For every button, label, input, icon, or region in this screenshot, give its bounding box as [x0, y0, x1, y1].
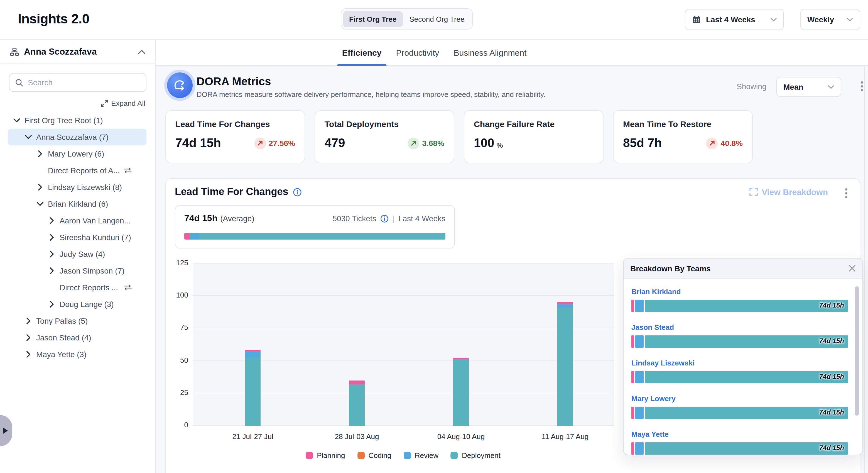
- showing-value: Mean: [783, 83, 823, 91]
- tree-item-label: Judy Saw (4): [60, 249, 105, 259]
- granularity-value: Weekly: [807, 15, 842, 24]
- granularity-select[interactable]: Weekly: [800, 9, 860, 30]
- date-range-select[interactable]: Last 4 Weeks: [685, 9, 784, 30]
- tab-productivity[interactable]: Productivity: [396, 39, 439, 66]
- chevron-right-icon[interactable]: [47, 301, 56, 307]
- scrollbar-track[interactable]: [864, 66, 865, 473]
- tree-item-label: Lindsay Liszewski (8): [48, 183, 122, 191]
- tree-item-jason-stead-4[interactable]: Jason Stead (4): [0, 329, 155, 346]
- sidebar-header[interactable]: Anna Scozzafava: [0, 39, 155, 64]
- tree-item-maya-yette-3[interactable]: Maya Yette (3): [0, 346, 155, 363]
- chevron-down-icon[interactable]: [36, 202, 44, 206]
- org-toggle-option[interactable]: Second Org Tree: [403, 11, 471, 27]
- org-toggle-option[interactable]: First Org Tree: [343, 11, 403, 27]
- team-name-link[interactable]: Lindsay Liszewski: [631, 359, 694, 367]
- team-name-link[interactable]: Jason Stead: [631, 323, 674, 331]
- panel-scrollbar-thumb[interactable]: [855, 286, 859, 416]
- info-icon[interactable]: [380, 214, 389, 223]
- close-icon[interactable]: [848, 265, 856, 272]
- view-breakdown-button[interactable]: View Breakdown: [749, 187, 828, 197]
- stacked-bar[interactable]: [245, 350, 260, 426]
- showing-select[interactable]: Mean: [776, 77, 841, 97]
- chevron-down-icon: [771, 18, 777, 22]
- tree-item-aaron-van-langen[interactable]: Aaron Van Langen...: [0, 212, 155, 229]
- chevron-right-icon[interactable]: [24, 334, 33, 341]
- expand-all-button[interactable]: Expand All: [0, 99, 145, 108]
- chevron-right-icon[interactable]: [47, 217, 56, 224]
- team-lead-time-bar: 74d 15h: [631, 300, 848, 312]
- main-content: DORA Metrics DORA metrics measure softwa…: [156, 66, 868, 473]
- legend-swatch: [451, 452, 458, 459]
- chevron-down-icon[interactable]: [12, 118, 21, 123]
- chevron-right-icon[interactable]: [24, 318, 33, 324]
- metric-title: Total Deployments: [324, 119, 444, 129]
- team-lead-time-value: 74d 15h: [819, 373, 844, 381]
- gridline: [193, 295, 614, 296]
- stacked-bar[interactable]: [453, 358, 469, 426]
- stacked-bar[interactable]: [349, 381, 365, 426]
- tree-item-first-org-tree-root-1[interactable]: First Org Tree Root (1): [0, 112, 155, 129]
- chevron-right-icon[interactable]: [36, 150, 44, 157]
- legend-item-review[interactable]: Review: [404, 451, 438, 460]
- average-range: Last 4 Weeks: [398, 214, 445, 223]
- legend-label: Deployment: [462, 451, 500, 460]
- sidebar-user-name: Anna Scozzafava: [24, 47, 133, 57]
- org-tree: First Org Tree Root (1)Anna Scozzafava (…: [0, 112, 155, 363]
- review-segment: [557, 304, 573, 307]
- team-name-link[interactable]: Brian Kirkland: [631, 288, 681, 296]
- chevron-right-icon[interactable]: [47, 234, 56, 241]
- tab-efficiency[interactable]: Efficiency: [342, 39, 382, 66]
- tree-item-anna-scozzafava-7[interactable]: Anna Scozzafava (7): [0, 129, 155, 145]
- tree-item-direct-reports-of-a[interactable]: Direct Reports of A...: [0, 162, 155, 179]
- legend-label: Review: [415, 451, 438, 460]
- tree-item-label: Mary Lowery (6): [48, 149, 104, 158]
- dora-menu-button[interactable]: [861, 81, 863, 91]
- tree-item-direct-reports[interactable]: Direct Reports ...: [0, 279, 155, 296]
- metric-title: Change Failure Rate: [474, 119, 593, 129]
- showing-label: Showing: [737, 82, 766, 91]
- metric-delta: 40.8%: [706, 137, 743, 149]
- metric-delta: 3.68%: [408, 137, 444, 149]
- metric-title: Mean Time To Restore: [623, 119, 743, 129]
- chevron-right-icon[interactable]: [36, 184, 44, 190]
- stacked-bar[interactable]: [557, 302, 573, 426]
- team-name-link[interactable]: Mary Lowery: [631, 394, 676, 403]
- tree-item-mary-lowery-6[interactable]: Mary Lowery (6): [0, 145, 155, 162]
- average-value: 74d 15h: [184, 213, 217, 224]
- chevron-right-icon[interactable]: [47, 251, 56, 257]
- deployment-segment: [199, 233, 445, 240]
- info-icon[interactable]: [292, 187, 302, 197]
- view-breakdown-label: View Breakdown: [762, 187, 828, 197]
- tree-item-doug-lange-3[interactable]: Doug Lange (3): [0, 296, 155, 313]
- tree-item-jason-simpson-7[interactable]: Jason Simpson (7): [0, 262, 155, 279]
- search-box[interactable]: [9, 73, 147, 92]
- tree-item-sireesha-kunduri-7[interactable]: Sireesha Kunduri (7): [0, 229, 155, 246]
- review-segment: [635, 371, 644, 383]
- tree-item-brian-kirkland-6[interactable]: Brian Kirkland (6): [0, 196, 155, 212]
- legend-item-deployment[interactable]: Deployment: [451, 451, 500, 460]
- chevron-down-icon[interactable]: [24, 135, 33, 139]
- chevron-up-icon[interactable]: [138, 49, 145, 54]
- team-lead-time-value: 74d 15h: [819, 337, 844, 345]
- chevron-right-icon[interactable]: [47, 267, 56, 274]
- filter-settings-icon[interactable]: [124, 167, 132, 174]
- deployment-segment: [453, 359, 469, 426]
- tree-item-tony-pallas-5[interactable]: Tony Pallas (5): [0, 313, 155, 329]
- legend-swatch: [404, 452, 411, 459]
- tab-business-alignment[interactable]: Business Alignment: [454, 39, 527, 66]
- lead-time-menu-button[interactable]: [845, 188, 847, 198]
- org-tree-toggle[interactable]: First Org TreeSecond Org Tree: [341, 8, 473, 30]
- tree-item-judy-saw-4[interactable]: Judy Saw (4): [0, 246, 155, 262]
- search-input[interactable]: [28, 78, 140, 87]
- team-name-link[interactable]: Maya Yette: [631, 430, 669, 439]
- filter-settings-icon[interactable]: [124, 284, 132, 291]
- tree-item-lindsay-liszewski-8[interactable]: Lindsay Liszewski (8): [0, 179, 155, 196]
- gridline: [193, 328, 614, 328]
- legend-item-coding[interactable]: Coding: [357, 451, 391, 460]
- deployment-segment: 74d 15h: [645, 407, 848, 419]
- team-lead-time-value: 74d 15h: [819, 408, 844, 416]
- legend-item-planning[interactable]: Planning: [306, 451, 345, 460]
- metric-delta-value: 3.68%: [422, 139, 444, 148]
- chevron-right-icon[interactable]: [24, 351, 33, 358]
- metric-value: 74d 15h: [175, 136, 221, 150]
